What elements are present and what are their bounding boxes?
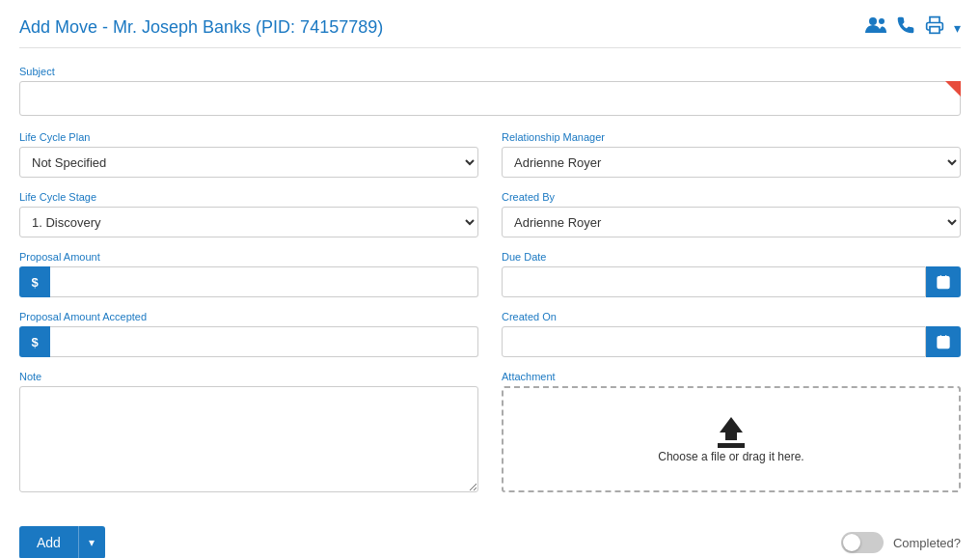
- svg-rect-3: [938, 277, 949, 289]
- created-by-label: Created By: [502, 191, 961, 203]
- proposal-amount-accepted-label: Proposal Amount Accepted: [19, 311, 478, 322]
- print-dropdown-icon[interactable]: ▾: [954, 20, 961, 36]
- proposal-amount-input-wrapper: $: [19, 266, 478, 297]
- svg-rect-2: [930, 27, 939, 34]
- print-icon[interactable]: [925, 15, 944, 40]
- relationship-manager-label: Relationship Manager: [502, 131, 961, 143]
- relationship-manager-field: Relationship Manager Adrienne Royer John…: [502, 131, 961, 178]
- created-on-input-wrapper: 4/24/2023: [502, 326, 961, 357]
- required-indicator: [945, 81, 961, 97]
- created-by-field: Created By Adrienne Royer John Smith: [502, 191, 961, 237]
- completed-label: Completed?: [893, 536, 961, 550]
- completed-section: Completed?: [841, 532, 961, 553]
- proposal-amount-prefix: $: [19, 266, 50, 297]
- created-on-input[interactable]: 4/24/2023: [502, 326, 926, 357]
- proposal-amount-accepted-field: Proposal Amount Accepted $: [19, 311, 478, 357]
- attachment-dropzone[interactable]: Choose a file or drag it here.: [502, 386, 961, 492]
- relationship-manager-select[interactable]: Adrienne Royer John Smith: [502, 147, 961, 178]
- created-on-field: Created On 4/24/2023: [502, 311, 961, 357]
- note-field: Note: [19, 371, 478, 495]
- lifecycle-stage-select[interactable]: 1. Discovery 2. Proposal 3. Closed Won 4…: [19, 207, 478, 237]
- page-title-static: Add Move -: [19, 17, 113, 37]
- lifecycle-plan-field: Life Cycle Plan Not Specified Standard P…: [19, 131, 478, 178]
- page-title-dynamic: Mr. Joseph Banks (PID: 74157789): [113, 17, 383, 37]
- note-label: Note: [19, 371, 478, 382]
- proposal-amount-accepted-input[interactable]: [50, 326, 478, 357]
- proposal-amount-accepted-prefix: $: [19, 326, 50, 357]
- due-date-calendar-button[interactable]: [926, 266, 961, 297]
- upload-icon: [712, 415, 750, 450]
- due-date-input[interactable]: 4/24/2023: [502, 266, 926, 297]
- toggle-knob: [843, 534, 860, 551]
- svg-point-0: [869, 17, 877, 25]
- due-date-label: Due Date: [502, 251, 961, 263]
- proposal-amount-accepted-wrapper: $: [19, 326, 478, 357]
- proposal-amount-field: Proposal Amount $: [19, 251, 478, 297]
- completed-toggle[interactable]: [841, 532, 884, 553]
- lifecycle-stage-field: Life Cycle Stage 1. Discovery 2. Proposa…: [19, 191, 478, 237]
- subject-label: Subject: [19, 66, 961, 77]
- page-header: Add Move - Mr. Joseph Banks (PID: 741577…: [19, 15, 961, 48]
- page-title: Add Move - Mr. Joseph Banks (PID: 741577…: [19, 17, 383, 38]
- form-grid: Life Cycle Plan Not Specified Standard P…: [19, 131, 961, 509]
- svg-marker-11: [720, 417, 743, 440]
- created-on-label: Created On: [502, 311, 961, 322]
- proposal-amount-label: Proposal Amount: [19, 251, 478, 263]
- phone-icon[interactable]: [896, 15, 915, 40]
- subject-input[interactable]: [19, 81, 961, 116]
- created-by-select[interactable]: Adrienne Royer John Smith: [502, 207, 961, 237]
- due-date-input-wrapper: 4/24/2023: [502, 266, 961, 297]
- form-footer: Add ▾ Completed?: [19, 526, 961, 558]
- attachment-field: Attachment Choose a file or drag it here…: [502, 371, 961, 495]
- lifecycle-plan-select[interactable]: Not Specified Standard Premium: [19, 147, 478, 178]
- lifecycle-stage-label: Life Cycle Stage: [19, 191, 478, 203]
- svg-rect-12: [718, 443, 745, 448]
- subject-input-wrapper: [19, 81, 961, 116]
- header-icons: ▾: [865, 15, 961, 40]
- due-date-field: Due Date 4/24/2023: [502, 251, 961, 297]
- subject-field: Subject: [19, 66, 961, 116]
- note-textarea[interactable]: [19, 386, 478, 492]
- add-button-group: Add ▾: [19, 526, 105, 558]
- add-button[interactable]: Add: [19, 526, 78, 558]
- svg-point-1: [879, 18, 885, 24]
- proposal-amount-input[interactable]: [50, 266, 478, 297]
- add-dropdown-icon: ▾: [89, 536, 95, 549]
- people-icon[interactable]: [865, 16, 886, 39]
- upload-text: Choose a file or drag it here.: [658, 450, 803, 463]
- created-on-calendar-button[interactable]: [926, 326, 961, 357]
- svg-rect-7: [938, 337, 949, 349]
- attachment-label: Attachment: [502, 371, 961, 382]
- lifecycle-plan-label: Life Cycle Plan: [19, 131, 478, 143]
- add-button-dropdown[interactable]: ▾: [78, 526, 105, 558]
